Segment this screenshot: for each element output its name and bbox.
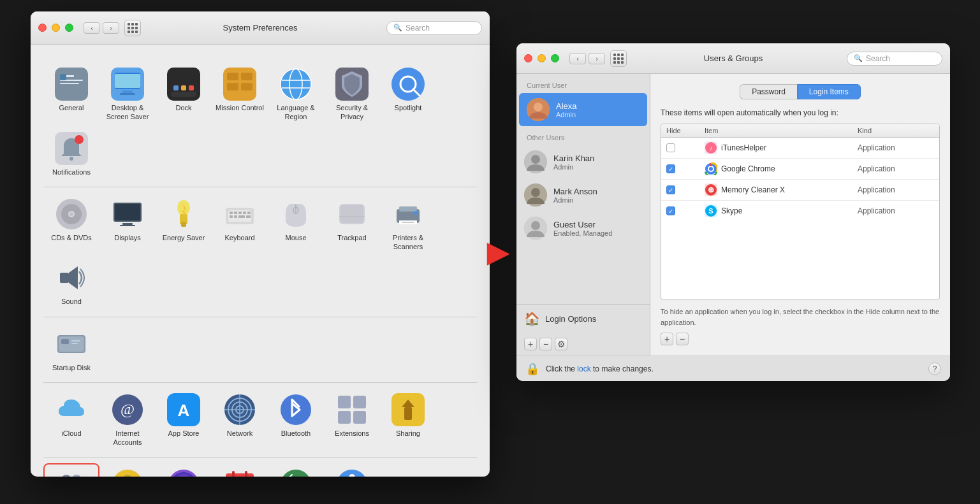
ug-minimize-button[interactable] [538, 54, 546, 62]
pref-general[interactable]: General [43, 62, 99, 127]
extensions-label: Extensions [335, 429, 369, 438]
chrome-kind: Application [858, 164, 934, 173]
displays-label: Displays [114, 233, 141, 242]
timemachine-icon [279, 468, 312, 477]
remove-item-button[interactable]: − [676, 333, 689, 345]
pref-bluetooth[interactable]: Bluetooth [268, 388, 324, 452]
pref-parental[interactable]: Parental Controls [99, 463, 156, 477]
pref-language[interactable]: Language & Region [268, 62, 324, 127]
search-box[interactable]: 🔍 Search [386, 21, 482, 35]
ug-window-title: Users & Groups [704, 54, 763, 63]
add-item-button[interactable]: + [661, 333, 673, 345]
pref-sound[interactable]: Sound [43, 256, 99, 311]
pref-siri[interactable]: Siri [156, 463, 212, 477]
login-options-label: Login Options [545, 314, 596, 324]
ug-close-button[interactable] [524, 54, 532, 62]
pref-trackpad[interactable]: Trackpad [324, 192, 380, 257]
karin-role: Admin [553, 163, 594, 171]
pref-cds[interactable]: CDs & DVDs [43, 192, 99, 257]
user-alexa[interactable]: Alexa Admin [519, 93, 647, 126]
pref-displays[interactable]: Displays [99, 192, 156, 257]
svg-rect-50 [247, 212, 251, 214]
pref-mission[interactable]: Mission Control [212, 62, 268, 127]
remove-user-button[interactable]: − [539, 338, 552, 350]
pref-desktop[interactable]: Desktop & Screen Saver [99, 62, 156, 127]
pref-datetime[interactable]: 16 Date & Time [212, 463, 268, 477]
tab-password[interactable]: Password [740, 84, 797, 99]
energy-icon [167, 198, 200, 231]
itunes-name: iTunesHelper [721, 143, 766, 152]
itunes-hide-checkbox[interactable] [666, 143, 675, 152]
pref-keyboard[interactable]: Keyboard [212, 192, 268, 257]
pref-extensions[interactable]: Extensions [324, 388, 380, 452]
pref-notifications[interactable]: Notifications [43, 127, 99, 182]
pref-internet[interactable]: @ Internet Accounts [99, 388, 156, 452]
maximize-button[interactable] [65, 24, 73, 32]
pref-printers[interactable]: Printers & Scanners [380, 192, 436, 257]
security-icon [335, 68, 369, 101]
pref-icloud[interactable]: iCloud [43, 388, 99, 452]
tab-login-items[interactable]: Login Items [797, 84, 861, 99]
svg-text:A: A [178, 401, 190, 420]
action-button[interactable]: ⚙ [555, 338, 567, 350]
pref-sharing[interactable]: Sharing [380, 388, 436, 452]
grid-view-button[interactable] [124, 20, 141, 36]
back-button[interactable]: ‹ [84, 22, 100, 34]
svg-rect-86 [353, 411, 366, 424]
pref-startup[interactable]: Startup Disk [43, 322, 99, 377]
startup-icon [55, 328, 88, 361]
search-placeholder: Search [406, 24, 475, 32]
svg-text:S: S [708, 207, 713, 215]
svg-rect-58 [340, 205, 363, 223]
section-personal: General Desktop & Screen Saver Dock Miss… [43, 57, 477, 187]
pref-mouse[interactable]: Mouse [268, 192, 324, 257]
nav-buttons: ‹ › [84, 22, 119, 34]
help-button[interactable]: ? [928, 363, 941, 375]
login-options-icon: 🏠 [524, 311, 540, 326]
ug-maximize-button[interactable] [551, 54, 559, 62]
pref-users[interactable]: Users & Groups [43, 463, 99, 477]
minimize-button[interactable] [52, 24, 60, 32]
table-row: ♪ iTunesHelper Application [661, 138, 939, 159]
ug-search-box[interactable]: 🔍 Search [847, 52, 942, 66]
user-karin[interactable]: Karin Khan Admin [516, 145, 650, 178]
pref-network[interactable]: Network [212, 388, 268, 452]
ug-forward-button[interactable]: › [589, 53, 605, 64]
mouse-label: Mouse [285, 233, 306, 242]
svg-rect-4 [60, 74, 66, 80]
svg-rect-53 [238, 215, 245, 218]
pref-accessibility[interactable]: Accessibility [324, 463, 380, 477]
close-button[interactable] [38, 24, 47, 32]
bluetooth-label: Bluetooth [281, 429, 311, 438]
svg-rect-38 [122, 223, 133, 225]
user-mark[interactable]: Mark Anson Admin [516, 178, 650, 212]
lock-bar: 🔒 Click the lock to make changes. ? [516, 356, 950, 381]
skype-hide-checkbox[interactable] [666, 206, 675, 215]
login-options-button[interactable]: 🏠 Login Options [516, 304, 650, 333]
pref-security[interactable]: Security & Privacy [324, 62, 380, 127]
ug-grid-dots-icon [613, 54, 624, 64]
pref-spotlight[interactable]: Spotlight [380, 62, 436, 127]
pref-energy[interactable]: Energy Saver [156, 192, 212, 257]
pref-timemachine[interactable]: Time Machine [268, 463, 324, 477]
guest-avatar [524, 217, 547, 240]
user-guest[interactable]: Guest User Enabled, Managed [516, 212, 650, 245]
chrome-icon [705, 162, 717, 175]
lock-link[interactable]: lock [577, 364, 590, 373]
svg-marker-66 [69, 266, 78, 289]
ug-titlebar: ‹ › Users & Groups 🔍 Search [516, 43, 950, 74]
pref-appstore[interactable]: A App Store [156, 388, 212, 452]
pref-dock[interactable]: Dock [156, 62, 212, 127]
add-user-button[interactable]: + [524, 338, 537, 350]
alexa-role: Admin [556, 111, 577, 119]
extensions-icon [335, 393, 369, 426]
ug-back-button[interactable]: ‹ [569, 53, 586, 64]
table-header: Hide Item Kind [661, 124, 939, 138]
chrome-hide-checkbox[interactable] [666, 164, 675, 173]
memory-icon: ⊕ [705, 184, 717, 196]
svg-text:@: @ [121, 401, 135, 417]
svg-rect-65 [60, 273, 69, 283]
forward-button[interactable]: › [103, 22, 119, 34]
memory-hide-checkbox[interactable] [666, 185, 675, 194]
ug-grid-button[interactable] [610, 50, 627, 67]
